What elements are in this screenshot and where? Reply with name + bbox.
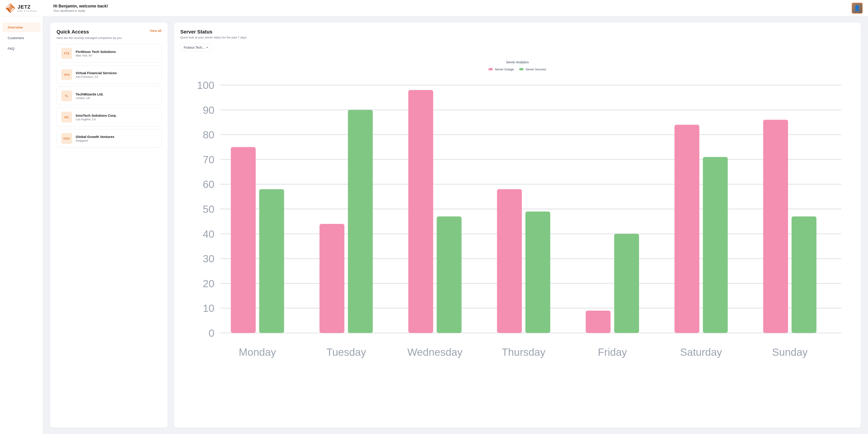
company-avatar: VFS — [61, 69, 72, 80]
svg-rect-39 — [586, 311, 611, 333]
bar-chart: 0102030405060708090100MondayTuesdayWedne… — [184, 76, 851, 361]
company-info: TechWizards Ltd. London, UK — [76, 92, 103, 100]
quick-access-title: Quick Access — [57, 29, 89, 35]
server-status-card: Server Status Quick look at your server … — [174, 23, 861, 428]
legend-outage-dot — [489, 68, 493, 70]
legend-outage: Server Outage — [489, 68, 514, 71]
logo: JETZ ERP SYSTEMS — [5, 3, 46, 13]
company-list: FTS Fictitious Tech Solutions New York, … — [57, 44, 161, 148]
company-item[interactable]: FTS Fictitious Tech Solutions New York, … — [57, 44, 161, 63]
svg-text:Sunday: Sunday — [772, 346, 808, 358]
svg-text:Wednesday: Wednesday — [407, 346, 463, 358]
server-status-title: Server Status — [180, 29, 855, 35]
company-avatar: GGV — [61, 133, 72, 144]
subtitle-text: Your dashboard is ready — [53, 9, 852, 12]
company-info: Virtual Financial Services San Francisco… — [76, 71, 117, 79]
svg-rect-40 — [614, 234, 639, 333]
svg-rect-31 — [348, 110, 373, 333]
sidebar-item-overview[interactable]: Overview — [2, 22, 40, 32]
company-location: Singapore — [76, 139, 114, 142]
view-all-link[interactable]: View all — [150, 29, 161, 33]
logo-tagline: ERP SYSTEMS — [18, 10, 37, 12]
company-item[interactable]: ISC InnoTech Solutions Corp. Los Angeles… — [57, 108, 161, 126]
main-layout: Overview Customers FAQ Quick Access View… — [0, 16, 868, 434]
company-avatar: ISC — [61, 112, 72, 122]
svg-text:Saturday: Saturday — [680, 346, 722, 358]
chevron-down-icon: ▾ — [207, 46, 208, 49]
header-greeting: Hi Benjamin, welcome back! Your dashboar… — [46, 4, 852, 12]
svg-rect-33 — [408, 90, 433, 333]
svg-rect-36 — [497, 189, 522, 333]
svg-rect-30 — [319, 224, 344, 333]
svg-text:50: 50 — [203, 203, 214, 215]
svg-rect-27 — [231, 147, 256, 333]
company-info: Fictitious Tech Solutions New York, NY — [76, 50, 116, 57]
chart-container: Server Analytics Server Outage Server Su… — [180, 57, 855, 366]
chart-title: Server Analytics — [184, 60, 851, 64]
svg-text:20: 20 — [203, 278, 214, 289]
sidebar: Overview Customers FAQ — [0, 16, 43, 434]
dropdown-label: Fictious Tech... — [184, 46, 205, 49]
server-status-subtitle: Quick look at your server status for the… — [180, 36, 855, 39]
svg-rect-42 — [675, 125, 700, 333]
sidebar-item-faq[interactable]: FAQ — [2, 44, 40, 54]
svg-text:Tuesday: Tuesday — [326, 346, 366, 358]
svg-text:40: 40 — [203, 228, 214, 240]
svg-text:Friday: Friday — [598, 346, 627, 358]
company-info: Global Growth Ventures Singapore — [76, 135, 114, 142]
sidebar-item-customers[interactable]: Customers — [2, 33, 40, 43]
quick-access-card: Quick Access View all Here are the recen… — [50, 23, 168, 428]
welcome-text: Hi Benjamin, welcome back! — [53, 4, 852, 8]
legend-success: Server Success — [519, 68, 546, 71]
svg-text:100: 100 — [197, 79, 214, 91]
company-item[interactable]: TL TechWizards Ltd. London, UK — [57, 87, 161, 105]
legend-success-dot — [519, 68, 523, 70]
company-location: New York, NY — [76, 54, 116, 57]
avatar-image: 👤 — [852, 3, 862, 13]
svg-text:80: 80 — [203, 129, 214, 141]
company-location: London, UK — [76, 96, 103, 100]
company-dropdown[interactable]: Fictious Tech... ▾ — [180, 44, 211, 51]
company-avatar: TL — [61, 90, 72, 101]
company-item[interactable]: GGV Global Growth Ventures Singapore — [57, 129, 161, 148]
company-name: TechWizards Ltd. — [76, 92, 103, 96]
svg-rect-43 — [703, 157, 728, 333]
company-name: Fictitious Tech Solutions — [76, 50, 116, 54]
svg-text:Thursday: Thursday — [502, 346, 546, 358]
header: JETZ ERP SYSTEMS Hi Benjamin, welcome ba… — [0, 0, 868, 16]
company-name: Virtual Financial Services — [76, 71, 117, 75]
company-info: InnoTech Solutions Corp. Los Angeles, CA — [76, 114, 117, 121]
company-avatar: FTS — [61, 48, 72, 59]
user-avatar[interactable]: 👤 — [852, 3, 863, 13]
company-name: InnoTech Solutions Corp. — [76, 114, 117, 117]
quick-access-header: Quick Access View all — [57, 29, 161, 35]
chart-legend: Server Outage Server Success — [184, 68, 851, 71]
svg-rect-37 — [525, 211, 550, 333]
svg-text:10: 10 — [203, 302, 214, 314]
svg-text:70: 70 — [203, 154, 214, 166]
svg-rect-28 — [259, 189, 284, 333]
svg-rect-34 — [437, 216, 461, 333]
svg-rect-45 — [763, 120, 788, 333]
company-name: Global Growth Ventures — [76, 135, 114, 139]
logo-brand: JETZ — [18, 4, 37, 10]
content-area: Quick Access View all Here are the recen… — [43, 16, 868, 434]
logo-text: JETZ ERP SYSTEMS — [18, 4, 37, 12]
svg-rect-46 — [792, 216, 816, 333]
svg-text:0: 0 — [209, 327, 214, 339]
logo-icon — [5, 3, 16, 13]
company-item[interactable]: VFS Virtual Financial Services San Franc… — [57, 65, 161, 84]
svg-text:30: 30 — [203, 253, 214, 265]
company-location: Los Angeles, CA — [76, 118, 117, 121]
company-location: San Francisco, CA — [76, 75, 117, 79]
svg-text:60: 60 — [203, 178, 214, 190]
quick-access-subtitle: Here are the recently managed companies … — [57, 36, 161, 39]
svg-text:90: 90 — [203, 104, 214, 116]
svg-text:Monday: Monday — [239, 346, 276, 358]
